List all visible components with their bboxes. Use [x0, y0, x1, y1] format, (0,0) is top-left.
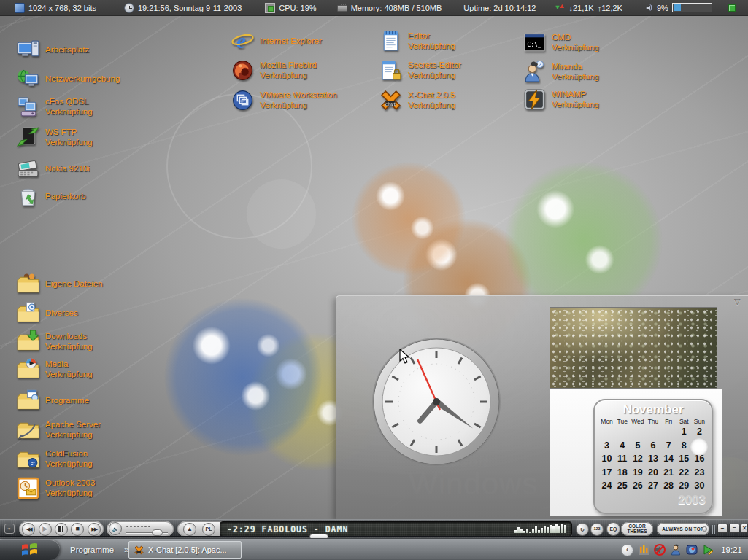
calendar-day[interactable]: 26 [630, 481, 645, 494]
desktop-icon-downloads[interactable]: DownloadsVerknüpfung [16, 330, 93, 354]
calendar-day[interactable]: 29 [676, 481, 692, 494]
desktop-icon-eigene-dateien[interactable]: Eigene Dateien [16, 272, 103, 296]
mixer-tray-icon[interactable] [638, 544, 649, 556]
desktop-icon-diverses[interactable]: Diverses [16, 301, 78, 325]
calendar-day[interactable]: 9 [692, 440, 707, 454]
seek-bar-track[interactable] [0, 536, 748, 537]
calendar-day[interactable]: 14 [661, 454, 676, 467]
resolution-readout: 1024 x 768, 32 bits [15, 3, 96, 13]
repeat-button[interactable]: ↻ [576, 523, 589, 536]
desktop-icon-secrets-editor[interactable]: Secrets-EditorVerknüpfung [379, 58, 461, 82]
volume-level-bar[interactable] [672, 3, 712, 12]
previous-button[interactable]: ◀◀ [22, 523, 35, 536]
calendar-day[interactable]: 3 [599, 440, 614, 454]
calendar-day[interactable]: 15 [676, 454, 692, 467]
playlist-button[interactable]: PL [202, 523, 215, 536]
calendar-weekday: Wed [630, 418, 645, 425]
calendar-day[interactable]: 7 [661, 440, 676, 454]
calendar-day[interactable]: 20 [645, 467, 660, 481]
winamp-logo-button[interactable]: ⌁ [4, 524, 15, 534]
shuffle-button[interactable]: 123 [590, 523, 604, 536]
color-themes-button[interactable]: COLOR THEMES [621, 522, 653, 536]
desktop-icon-outlook-2003[interactable]: Outlook 2003Verknüpfung [16, 476, 95, 500]
desktop-icon-papierkorb[interactable]: Papierkorb [16, 184, 86, 209]
desktop-icon-cfos-qdsl[interactable]: cFos QDSLVerknüpfung [16, 95, 93, 119]
desktop-icon-internet-explorer[interactable]: e Internet Explorer [231, 29, 322, 53]
desktop-icon-nokia-9210i[interactable]: Nokia 9210i [16, 157, 90, 181]
desktop-icon-editor[interactable]: EditorVerknüpfung [379, 29, 455, 53]
pause-button[interactable] [55, 523, 68, 536]
start-button[interactable] [0, 540, 60, 560]
calendar-day[interactable]: 8 [676, 440, 692, 454]
volume-slider-knob[interactable] [152, 529, 163, 536]
calendar-day[interactable]: 11 [614, 454, 630, 467]
taskbar-task-xchat[interactable]: X-Chat [2.0.5]: Apac... [128, 541, 242, 559]
desktop-icon-miranda[interactable]: ? MirandaVerknüpfung [523, 60, 599, 84]
tray-chevron-button[interactable]: ‹ [621, 544, 633, 556]
stop-button[interactable]: ■ [71, 523, 84, 536]
calendar-day[interactable]: 18 [614, 467, 630, 481]
calendar-day[interactable]: 30 [692, 481, 707, 494]
net-down-text: ↓21,1K [568, 4, 593, 12]
desktop-icon-ws-ftp[interactable]: WS FTPVerknüpfung [16, 125, 93, 149]
calendar-day[interactable]: 5 [630, 440, 645, 454]
desktop-icon-apache-server[interactable]: Apache ServerVerknüpfung [16, 418, 101, 442]
calendar-day[interactable]: 25 [614, 481, 630, 494]
desktop-icon-cmd[interactable]: C:\_ CMDVerknüpfung [523, 31, 599, 55]
calendar-day[interactable]: 4 [614, 440, 630, 454]
calendar-day[interactable]: 19 [630, 467, 645, 481]
calendar-weekday: Thu [645, 418, 660, 425]
calendar-day[interactable]: 24 [599, 481, 614, 494]
calendar-day[interactable]: 10 [599, 454, 614, 467]
desktop-icon-programme[interactable]: Programme [16, 389, 89, 413]
calendar-day[interactable]: 17 [599, 467, 614, 481]
calendar-day[interactable]: 21 [661, 467, 676, 481]
desktop-icon-mozilla-firebird[interactable]: Mozilla FirebirdVerknüpfung [231, 58, 317, 82]
vnc-tray-icon[interactable] [686, 544, 698, 556]
miranda-tray-icon[interactable] [670, 544, 682, 556]
desktop-icon-netzwerkumgebung[interactable]: Netzwerkumgebung [16, 67, 120, 91]
player-shade-button[interactable]: = [729, 524, 739, 533]
volume-controls: 🔈 [107, 521, 174, 537]
eject-button[interactable]: ▲ [183, 523, 196, 536]
desktop-icon-x-chat[interactable]: chat X-Chat 2.0.5Verknüpfung [379, 88, 455, 112]
mozilla-firebird-icon [231, 58, 255, 82]
desktop[interactable]: Microsoft Windows Se Arbeitsplatz Netzwe… [0, 16, 748, 519]
calendar-day[interactable]: 22 [676, 467, 692, 481]
wallpaper-blob [247, 179, 316, 249]
media-folder-icon [16, 357, 40, 381]
panel-collapse-arrow-icon[interactable]: ▽ [734, 297, 740, 306]
desktop-icon-arbeitsplatz[interactable]: Arbeitsplatz [16, 38, 89, 62]
desktop-icon-winamp[interactable]: WINAMPVerknüpfung [523, 88, 599, 112]
calendar-day[interactable]: 6 [645, 440, 660, 454]
wallpaper-orb-blue [164, 298, 322, 456]
cpu-text: CPU: 19% [279, 4, 316, 12]
toolbar-programme-label[interactable]: Programme [70, 545, 114, 554]
player-minimize-button[interactable]: − [717, 524, 728, 533]
desktop-icon-media[interactable]: MediaVerknüpfung [16, 357, 93, 381]
scheduler-tray-icon[interactable] [702, 544, 714, 556]
spectrum-bar [558, 526, 560, 533]
x-chat-task-icon [134, 545, 144, 556]
calendar-day[interactable]: 1 [676, 427, 692, 440]
spectrum-bar [517, 527, 520, 533]
calendar-day[interactable]: 28 [661, 481, 676, 494]
mute-button[interactable]: 🔈 [109, 522, 122, 535]
calendar-day[interactable]: 13 [645, 454, 660, 467]
play-button[interactable]: ▶ [39, 523, 52, 536]
tray-clock[interactable]: 19:21 [721, 545, 742, 554]
next-button[interactable]: ▶▶ [88, 523, 101, 536]
mute-tray-icon[interactable] [654, 544, 666, 556]
equalizer-button[interactable]: EQ [606, 522, 620, 536]
desktop-icon-vmware-workstation[interactable]: VMware WorkstationVerknüpfung [231, 88, 337, 112]
calendar-day[interactable]: 23 [692, 467, 707, 481]
memory-readout: Memory: 408MB / 510MB [337, 4, 442, 12]
calendar-day[interactable]: 12 [630, 454, 645, 467]
calendar-day[interactable]: 16 [692, 454, 707, 467]
desktop-icon-coldfusion[interactable]: cf ColdFusionVerknüpfung [16, 447, 93, 471]
always-on-top-button[interactable]: ALWAYS ON TOP [657, 523, 709, 535]
svg-text:e: e [236, 29, 246, 52]
player-lcd-display[interactable]: -2:29 FABOLOUS - DAMN [220, 521, 572, 537]
calendar-day[interactable]: 27 [645, 481, 660, 494]
player-close-button[interactable]: ✕ [741, 524, 748, 533]
